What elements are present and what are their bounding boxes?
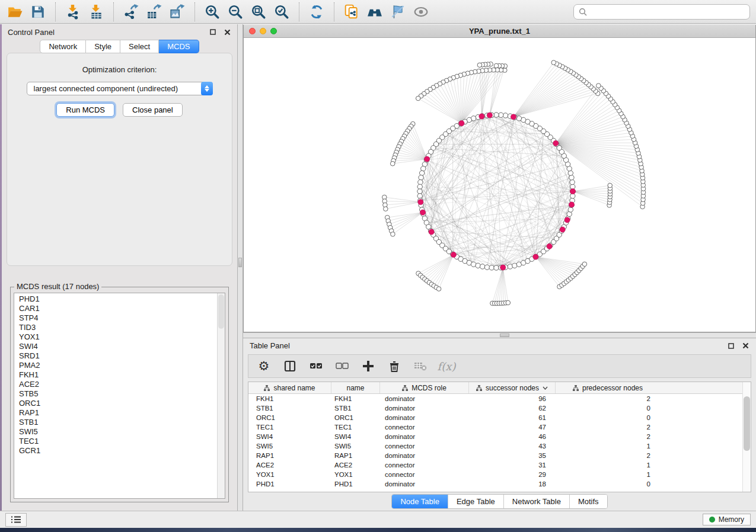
- export-image-icon[interactable]: [168, 3, 186, 21]
- close-window-icon[interactable]: [249, 28, 256, 34]
- cell-name: SWI4: [331, 433, 380, 440]
- tab-edge-table[interactable]: Edge Table: [448, 495, 503, 508]
- global-search-field[interactable]: [573, 4, 750, 20]
- minimize-window-icon[interactable]: [260, 28, 266, 34]
- mcds-result-item[interactable]: TEC1: [19, 437, 218, 446]
- import-network-icon[interactable]: [64, 3, 82, 21]
- split-columns-icon[interactable]: [283, 359, 297, 373]
- horizontal-splitter[interactable]: [243, 332, 756, 338]
- control-panel: Control Panel NetworkStyleSelectMCDS Opt…: [2, 24, 237, 511]
- main-area: Control Panel NetworkStyleSelectMCDS Opt…: [2, 24, 756, 511]
- cell-successor_nodes: 62: [469, 405, 556, 412]
- mcds-result-item[interactable]: YOX1: [19, 332, 218, 342]
- splitter-grip[interactable]: [500, 334, 509, 337]
- mcds-result-item[interactable]: GCR1: [19, 446, 218, 456]
- tab-mcds[interactable]: MCDS: [159, 40, 199, 53]
- mcds-result-item[interactable]: ACE2: [19, 380, 218, 389]
- column-header-name[interactable]: name: [331, 382, 380, 393]
- column-header-MCDS-role[interactable]: MCDS role: [380, 382, 469, 393]
- zoom-selected-icon[interactable]: [273, 3, 291, 21]
- criterion-dropdown[interactable]: largest connected component (undirected): [27, 82, 213, 95]
- delete-column-icon[interactable]: [387, 359, 401, 373]
- add-column-icon[interactable]: [361, 359, 375, 373]
- cell-successor_nodes: 46: [469, 433, 556, 440]
- table-row[interactable]: FKH1FKH1dominator962: [248, 394, 751, 403]
- mcds-result-item[interactable]: SRD1: [19, 351, 218, 361]
- memory-button[interactable]: Memory: [703, 514, 751, 525]
- settings-gear-icon[interactable]: ⚙: [257, 359, 271, 373]
- mcds-result-item[interactable]: RAP1: [19, 408, 218, 418]
- table-row[interactable]: SWI4SWI4dominator462: [248, 432, 751, 441]
- splitter-grip[interactable]: [238, 258, 242, 267]
- preview-eye-icon[interactable]: [412, 3, 430, 21]
- mcds-result-item[interactable]: SWI4: [19, 342, 218, 351]
- vertical-splitter[interactable]: [237, 24, 243, 511]
- style-visibility-icon[interactable]: [389, 3, 407, 21]
- close-panel-button[interactable]: Close panel: [123, 103, 183, 117]
- network-view[interactable]: [244, 38, 755, 332]
- mcds-result-item[interactable]: PMA2: [19, 361, 218, 370]
- tab-node-table[interactable]: Node Table: [392, 495, 448, 508]
- refresh-icon[interactable]: [308, 3, 326, 21]
- scrollbar-thumb[interactable]: [744, 396, 750, 451]
- desktop-wallpaper-strip: [0, 528, 756, 532]
- close-panel-icon[interactable]: [741, 342, 749, 350]
- mcds-result-item[interactable]: FKH1: [19, 370, 218, 380]
- column-header-shared-name[interactable]: shared name: [248, 382, 331, 393]
- maximize-window-icon[interactable]: [270, 28, 277, 34]
- cell-mcds_role: connector: [380, 471, 469, 478]
- table-row[interactable]: STB1STB1dominator620: [248, 403, 751, 413]
- mcds-result-list[interactable]: PHD1CAR1STP4TID3YOX1SWI4SRD1PMA2FKH1ACE2…: [14, 293, 225, 499]
- clone-network-icon[interactable]: [343, 3, 361, 21]
- mcds-result-item[interactable]: CAR1: [19, 304, 218, 313]
- float-panel-icon[interactable]: [209, 28, 217, 36]
- export-network-icon[interactable]: [122, 3, 140, 21]
- save-session-icon[interactable]: [29, 3, 47, 21]
- destroy-table-icon: [413, 359, 428, 373]
- mcds-result-item[interactable]: STB5: [19, 389, 218, 399]
- mcds-result-item[interactable]: TID3: [19, 323, 218, 332]
- mcds-result-item[interactable]: STB1: [19, 418, 218, 427]
- mcds-result-item[interactable]: PHD1: [19, 294, 218, 304]
- open-session-icon[interactable]: [6, 3, 24, 21]
- mcds-result-item[interactable]: SWI5: [19, 427, 218, 437]
- tab-style[interactable]: Style: [86, 40, 120, 53]
- zoom-out-icon[interactable]: [227, 3, 244, 21]
- mcds-result-scrollbar[interactable]: [217, 293, 225, 498]
- table-row[interactable]: ORC1ORC1dominator610: [248, 413, 751, 422]
- run-mcds-button[interactable]: Run MCDS: [56, 103, 114, 117]
- control-panel-title: Control Panel: [8, 28, 55, 37]
- search-network-icon[interactable]: [366, 3, 384, 21]
- import-table-icon[interactable]: [87, 3, 105, 21]
- cell-successor_nodes: 43: [469, 443, 556, 450]
- tab-motifs[interactable]: Motifs: [569, 495, 607, 508]
- cell-predecessor_nodes: 1: [556, 443, 660, 450]
- table-scrollbar[interactable]: [742, 382, 751, 492]
- select-all-icon[interactable]: [309, 359, 323, 373]
- table-row[interactable]: YOX1YOX1connector291: [248, 470, 751, 479]
- network-titlebar: YPA_prune.txt_1: [244, 25, 755, 38]
- table-row[interactable]: TEC1TEC1connector472: [248, 422, 751, 432]
- column-type-icon: [476, 385, 482, 391]
- zoom-in-icon[interactable]: [203, 3, 221, 21]
- table-row[interactable]: RAP1RAP1dominator352: [248, 451, 751, 460]
- column-header-successor-nodes[interactable]: successor nodes: [469, 382, 556, 393]
- float-panel-icon[interactable]: [727, 342, 735, 350]
- export-table-icon[interactable]: [145, 3, 163, 21]
- mcds-result-item[interactable]: ORC1: [19, 399, 218, 408]
- mcds-result-item[interactable]: STP4: [19, 313, 218, 323]
- table-body: FKH1FKH1dominator962STB1STB1dominator620…: [248, 394, 751, 489]
- tab-select[interactable]: Select: [120, 40, 159, 53]
- zoom-fit-icon[interactable]: [250, 3, 267, 21]
- table-row[interactable]: ACE2ACE2connector311: [248, 460, 751, 470]
- close-panel-icon[interactable]: [223, 28, 231, 36]
- deselect-all-icon[interactable]: [335, 359, 349, 373]
- cell-name: PHD1: [331, 480, 380, 488]
- column-header-predecessor-nodes[interactable]: predecessor nodes: [556, 382, 660, 393]
- table-row[interactable]: PHD1PHD1dominator180: [248, 479, 751, 489]
- tab-network[interactable]: Network: [40, 40, 86, 53]
- tab-network-table[interactable]: Network Table: [503, 495, 569, 508]
- task-history-button[interactable]: [5, 513, 27, 527]
- search-input[interactable]: [591, 7, 745, 17]
- table-row[interactable]: SWI5SWI5connector431: [248, 441, 751, 451]
